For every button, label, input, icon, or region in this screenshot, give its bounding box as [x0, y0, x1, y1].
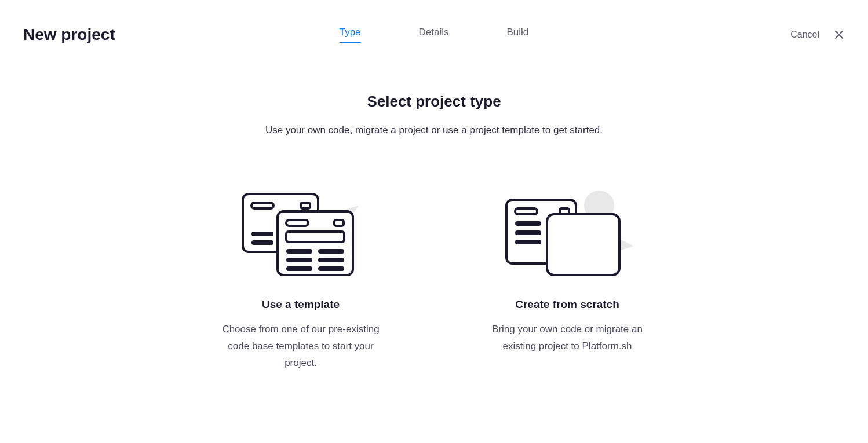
svg-rect-14 [318, 258, 344, 262]
svg-rect-5 [251, 232, 273, 236]
section-title: Select project type [0, 93, 868, 111]
svg-rect-15 [286, 266, 312, 271]
svg-rect-23 [515, 230, 541, 235]
option-create-from-scratch[interactable]: Create from scratch Bring your own code … [469, 182, 666, 372]
cancel-button[interactable]: Cancel [790, 30, 819, 40]
option-title: Use a template [262, 298, 340, 311]
section-subtitle: Use your own code, migrate a project or … [0, 125, 868, 136]
header: New project Type Details Build Cancel [0, 0, 868, 46]
close-icon [834, 30, 844, 39]
tab-build[interactable]: Build [507, 27, 529, 43]
options-container: Use a template Choose from one of our pr… [0, 182, 868, 372]
option-use-template[interactable]: Use a template Choose from one of our pr… [202, 182, 399, 372]
option-title: Create from scratch [515, 298, 619, 311]
main-content: Select project type Use your own code, m… [0, 46, 868, 372]
svg-rect-22 [515, 221, 541, 226]
svg-rect-16 [318, 266, 344, 271]
close-button[interactable] [833, 29, 845, 41]
tab-type[interactable]: Type [340, 27, 361, 43]
svg-rect-12 [318, 249, 344, 254]
tabs: Type Details Build [340, 27, 529, 43]
option-description: Bring your own code or migrate an existi… [477, 321, 657, 355]
template-illustration-icon [220, 182, 382, 281]
scratch-illustration-icon [486, 182, 648, 281]
svg-rect-25 [547, 214, 619, 275]
page-title: New project [23, 25, 115, 44]
header-right: Cancel [790, 29, 845, 41]
svg-rect-11 [286, 249, 312, 254]
svg-rect-24 [515, 240, 541, 244]
svg-rect-13 [286, 258, 312, 262]
svg-rect-6 [251, 240, 273, 245]
tab-details[interactable]: Details [419, 27, 449, 43]
option-description: Choose from one of our pre-existing code… [211, 321, 391, 372]
